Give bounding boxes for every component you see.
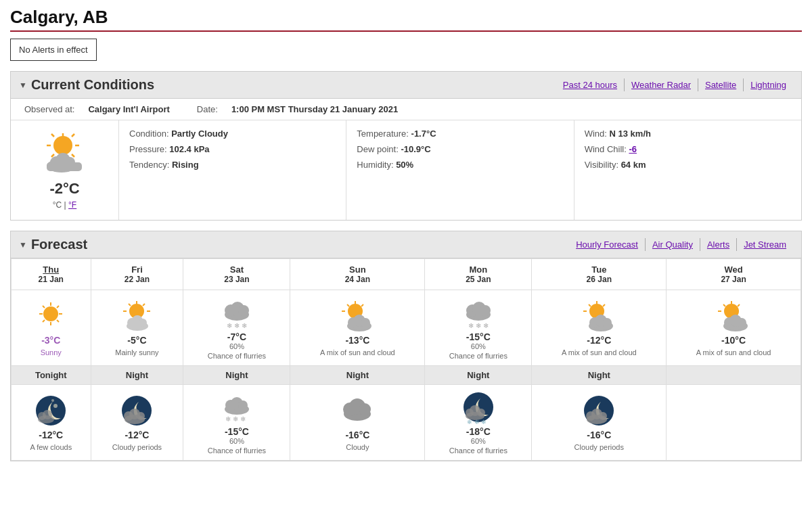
date-label: Date: [197,104,218,114]
current-conditions-title: ▼ Current Conditions [19,77,154,93]
observed-date: 1:00 PM MST Thursday 21 January 2021 [231,104,398,114]
forecast-grid-wrapper: Thu 21 Jan Fri 22 Jan Sat 23 Jan Sun 24 … [11,258,801,461]
alert-box: No Alerts in effect [10,39,97,61]
svg-line-6 [72,134,74,137]
windchill-row: Wind Chill: -6 [585,144,791,154]
night-header-tue: Night [532,366,667,385]
past-24-hours-link[interactable]: Past 24 hours [556,78,624,91]
svg-text:❄ ❄ ❄: ❄ ❄ ❄ [468,322,489,329]
sat-desc: Chance of flurries [186,352,287,360]
forecast-day-tue: Tue 26 Jan [532,259,667,290]
thu-temp: -3°C [14,335,88,346]
unit-c: °C [53,200,62,210]
night-fri-data: -12°C Cloudy periods [91,385,183,461]
lightning-link[interactable]: Lightning [743,78,793,91]
current-temp: -2°C [49,180,79,198]
sat-night-icon: ❄ ❄ ❄ [220,390,254,424]
mon-temp: -15°C [428,331,528,342]
forecast-day-icons-row: -3°C Sunny [12,290,801,366]
tue-desc: A mix of sun and cloud [535,348,663,356]
title-divider [10,30,802,32]
night-thu-data: -12°C A few clouds [12,385,91,461]
fri-temp: -5°C [94,335,181,346]
svg-rect-13 [47,162,82,171]
tonight-icon [34,394,68,428]
page-title: Calgary, AB [10,7,802,28]
fri-night-icon [120,394,154,428]
air-quality-link[interactable]: Air Quality [645,238,700,251]
wind-row: Wind: N 13 km/h [585,129,791,139]
pressure-row: Pressure: 102.4 kPa [129,144,336,154]
sat-flurries-icon: ❄ ❄ ❄ [220,296,254,329]
svg-line-28 [143,304,145,306]
svg-point-46 [361,318,370,327]
forecast-links: Hourly Forecast Air Quality Alerts Jet S… [569,238,793,251]
current-conditions-header: ▼ Current Conditions Past 24 hours Weath… [11,72,801,99]
unit-switch: °C | °F [53,200,76,210]
forecast-header: ▼ Forecast Hourly Forecast Air Quality A… [11,231,801,258]
sun-desc: A mix of sun and cloud [293,348,422,356]
svg-line-5 [51,134,54,137]
sat-temp: -7°C [186,331,287,342]
forecast-title: ▼ Forecast [19,237,87,252]
conditions-col-1: Condition: Partly Cloudy Pressure: 102.4… [119,120,346,220]
tendency-row: Tendency: Rising [129,160,336,170]
svg-text:❄ ❄ ❄: ❄ ❄ ❄ [225,415,246,423]
tue-night-temp: -16°C [535,430,663,440]
svg-line-56 [603,304,605,306]
night-header-wed [667,366,801,385]
sat-night-prob: 60% [186,437,287,445]
night-header-sun: Night [290,366,425,385]
tonight-desc: A few clouds [14,443,88,451]
alerts-link[interactable]: Alerts [700,238,736,251]
forecast-fri-data: -5°C Mainly sunny [91,290,183,366]
current-conditions-links: Past 24 hours Weather Radar Satellite Li… [556,78,793,91]
wed-temp: -10°C [669,335,798,346]
weather-radar-link[interactable]: Weather Radar [624,78,698,91]
tue-mix-icon [582,299,616,333]
sat-night-temp: -15°C [186,426,287,437]
svg-line-20 [57,306,59,308]
svg-line-41 [347,304,349,306]
forecast-day-fri: Fri 22 Jan [91,259,183,290]
svg-point-50 [480,305,491,316]
forecast-day-sun: Sun 24 Jan [290,259,425,290]
conditions-col-3: Wind: N 13 km/h Wind Chill: -6 Visibilit… [574,120,801,220]
hourly-forecast-link[interactable]: Hourly Forecast [569,238,645,251]
tue-night-desc: Cloudy periods [535,443,663,451]
wed-mix-icon [717,299,750,333]
forecast-collapse-triangle[interactable]: ▼ [19,240,27,250]
svg-text:❄ ❄ ❄: ❄ ❄ ❄ [467,419,487,424]
forecast-day-mon: Mon 25 Jan [425,259,532,290]
jet-stream-link[interactable]: Jet Stream [736,238,793,251]
night-tue-data: -16°C Cloudy periods [532,385,667,461]
forecast-table: Thu 21 Jan Fri 22 Jan Sat 23 Jan Sun 24 … [11,258,801,461]
sun-night-icon [340,394,374,428]
fri-night-temp: -12°C [94,430,181,440]
wed-desc: A mix of sun and cloud [669,348,798,356]
condition-row: Condition: Partly Cloudy [129,129,336,139]
forecast-day-headers-row: Thu 21 Jan Fri 22 Jan Sat 23 Jan Sun 24 … [12,259,801,290]
svg-point-84 [238,400,248,410]
svg-point-60 [602,318,612,327]
satellite-link[interactable]: Satellite [698,78,743,91]
forecast-day-sat: Sat 23 Jan [183,259,290,290]
svg-line-42 [361,304,363,306]
svg-line-19 [43,306,45,308]
conditions-observed: Observed at: Calgary Int'l Airport Date:… [11,99,801,120]
sat-night-desc: Chance of flurries [186,446,287,455]
humidity-row: Humidity: 50% [357,160,563,170]
night-sat-data: ❄ ❄ ❄ -15°C 60% Chance of flurries [183,385,290,461]
thu-desc: Sunny [14,348,88,356]
svg-line-65 [738,304,740,306]
svg-point-100 [599,412,607,420]
sun-temp: -13°C [293,335,422,346]
forecast-day-wed: Wed 27 Jan [667,259,801,290]
unit-f-link[interactable]: °F [68,200,76,210]
collapse-triangle[interactable]: ▼ [19,80,27,90]
forecast-night-icons-row: -12°C A few clouds -12°C Cloudy periods [12,385,801,461]
conditions-col-2: Temperature: -1.7°C Dew point: -10.9°C H… [346,120,574,220]
tue-night-icon [582,394,616,428]
svg-line-7 [51,154,54,157]
forecast-thu-data: -3°C Sunny [12,290,91,366]
